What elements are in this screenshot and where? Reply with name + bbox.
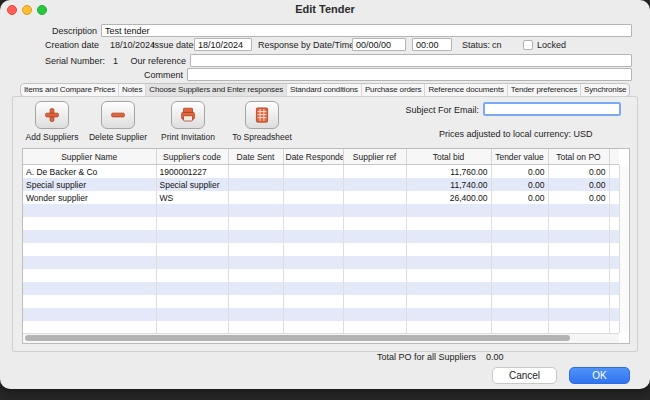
table-row[interactable] bbox=[23, 217, 619, 230]
table-cell[interactable]: 11,760.00 bbox=[406, 165, 491, 179]
table-cell[interactable] bbox=[343, 269, 406, 282]
tab-notes[interactable]: Notes bbox=[119, 84, 146, 96]
table-cell[interactable] bbox=[548, 230, 609, 243]
column-header-date-sent[interactable]: Date Sent bbox=[228, 149, 283, 165]
response-time-input[interactable] bbox=[412, 38, 452, 51]
table-cell[interactable] bbox=[156, 256, 228, 269]
print-invitation-button[interactable]: Print Invitation bbox=[155, 101, 221, 142]
table-cell[interactable] bbox=[228, 204, 283, 217]
table-cell[interactable] bbox=[548, 204, 609, 217]
table-cell[interactable] bbox=[23, 269, 156, 282]
table-cell[interactable] bbox=[406, 282, 491, 295]
table-cell[interactable] bbox=[491, 230, 548, 243]
table-cell[interactable] bbox=[343, 308, 406, 321]
table-cell[interactable]: 0.00 bbox=[548, 191, 609, 204]
table-cell[interactable] bbox=[406, 204, 491, 217]
table-row[interactable]: Special supplierSpecial supplier11,740.0… bbox=[23, 178, 619, 191]
table-cell[interactable] bbox=[23, 295, 156, 308]
locked-checkbox[interactable] bbox=[523, 40, 533, 50]
table-cell[interactable] bbox=[406, 256, 491, 269]
table-cell[interactable] bbox=[156, 204, 228, 217]
table-cell[interactable] bbox=[156, 308, 228, 321]
table-cell[interactable] bbox=[406, 217, 491, 230]
table-cell[interactable] bbox=[406, 230, 491, 243]
table-cell[interactable] bbox=[283, 295, 343, 308]
table-cell[interactable] bbox=[491, 256, 548, 269]
table-cell[interactable] bbox=[228, 256, 283, 269]
horizontal-scrollbar-thumb[interactable] bbox=[25, 335, 570, 341]
table-cell[interactable] bbox=[228, 282, 283, 295]
table-cell[interactable] bbox=[548, 256, 609, 269]
table-cell[interactable] bbox=[283, 204, 343, 217]
table-cell[interactable] bbox=[228, 230, 283, 243]
delete-supplier-button[interactable]: Delete Supplier bbox=[85, 101, 151, 142]
table-cell[interactable] bbox=[228, 217, 283, 230]
table-row[interactable] bbox=[23, 295, 619, 308]
table-row[interactable]: A. De Backer & Co190000122711,760.000.00… bbox=[23, 165, 619, 179]
table-cell[interactable]: 0.00 bbox=[491, 178, 548, 191]
table-cell[interactable] bbox=[491, 308, 548, 321]
table-cell[interactable]: 26,400.00 bbox=[406, 191, 491, 204]
table-cell[interactable] bbox=[283, 165, 343, 179]
comment-input[interactable] bbox=[187, 68, 632, 81]
table-cell[interactable] bbox=[548, 217, 609, 230]
table-cell[interactable] bbox=[283, 243, 343, 256]
add-suppliers-button[interactable]: Add Suppliers bbox=[19, 101, 85, 142]
column-header-date-responded[interactable]: Date Responded bbox=[283, 149, 343, 165]
table-cell[interactable] bbox=[156, 282, 228, 295]
table-cell[interactable] bbox=[283, 191, 343, 204]
vertical-scrollbar[interactable] bbox=[619, 165, 629, 333]
table-cell[interactable] bbox=[23, 230, 156, 243]
table-cell[interactable] bbox=[23, 217, 156, 230]
ok-button[interactable]: OK bbox=[569, 367, 630, 384]
table-cell[interactable] bbox=[343, 191, 406, 204]
table-cell[interactable]: 0.00 bbox=[548, 178, 609, 191]
table-cell[interactable] bbox=[343, 243, 406, 256]
our-reference-input[interactable] bbox=[190, 54, 632, 67]
tab-items-and-compare-prices[interactable]: Items and Compare Prices bbox=[21, 84, 119, 96]
table-cell[interactable] bbox=[406, 269, 491, 282]
table-cell[interactable] bbox=[156, 217, 228, 230]
table-cell[interactable] bbox=[343, 217, 406, 230]
subject-for-email-input[interactable] bbox=[483, 102, 621, 116]
table-cell[interactable] bbox=[491, 217, 548, 230]
table-cell[interactable] bbox=[156, 295, 228, 308]
description-input[interactable] bbox=[101, 24, 632, 37]
table-cell[interactable] bbox=[343, 295, 406, 308]
table-cell[interactable]: Special supplier bbox=[156, 178, 228, 191]
table-cell[interactable] bbox=[283, 178, 343, 191]
table-cell[interactable] bbox=[283, 217, 343, 230]
table-cell[interactable] bbox=[548, 269, 609, 282]
table-cell[interactable] bbox=[406, 295, 491, 308]
table-cell[interactable] bbox=[548, 243, 609, 256]
column-header-tender-value[interactable]: Tender value bbox=[491, 149, 548, 165]
to-spreadsheet-button[interactable]: To Spreadsheet bbox=[229, 101, 295, 142]
tab-tender-preferences[interactable]: Tender preferences bbox=[508, 84, 581, 96]
table-cell[interactable] bbox=[406, 243, 491, 256]
tab-standard-conditions[interactable]: Standard conditions bbox=[287, 84, 362, 96]
column-header-suppliers-code[interactable]: Supplier's code bbox=[156, 149, 228, 165]
tab-purchase-orders[interactable]: Purchase orders bbox=[362, 84, 425, 96]
table-cell[interactable] bbox=[156, 243, 228, 256]
table-cell[interactable] bbox=[406, 308, 491, 321]
table-cell[interactable] bbox=[491, 269, 548, 282]
table-cell[interactable] bbox=[283, 308, 343, 321]
table-cell[interactable]: A. De Backer & Co bbox=[23, 165, 156, 179]
table-cell[interactable] bbox=[23, 282, 156, 295]
table-cell[interactable] bbox=[23, 256, 156, 269]
table-cell[interactable]: 0.00 bbox=[548, 165, 609, 179]
issue-date-input[interactable] bbox=[194, 38, 252, 51]
table-row[interactable] bbox=[23, 243, 619, 256]
table-cell[interactable]: WS bbox=[156, 191, 228, 204]
table-cell[interactable] bbox=[23, 243, 156, 256]
table-cell[interactable] bbox=[491, 282, 548, 295]
table-cell[interactable] bbox=[343, 282, 406, 295]
table-cell[interactable]: 11,740.00 bbox=[406, 178, 491, 191]
table-cell[interactable] bbox=[343, 204, 406, 217]
horizontal-scrollbar[interactable] bbox=[23, 333, 619, 343]
table-cell[interactable] bbox=[343, 230, 406, 243]
table-row[interactable] bbox=[23, 282, 619, 295]
column-header-total-bid[interactable]: Total bid bbox=[406, 149, 491, 165]
table-row[interactable] bbox=[23, 308, 619, 321]
table-cell[interactable] bbox=[343, 178, 406, 191]
